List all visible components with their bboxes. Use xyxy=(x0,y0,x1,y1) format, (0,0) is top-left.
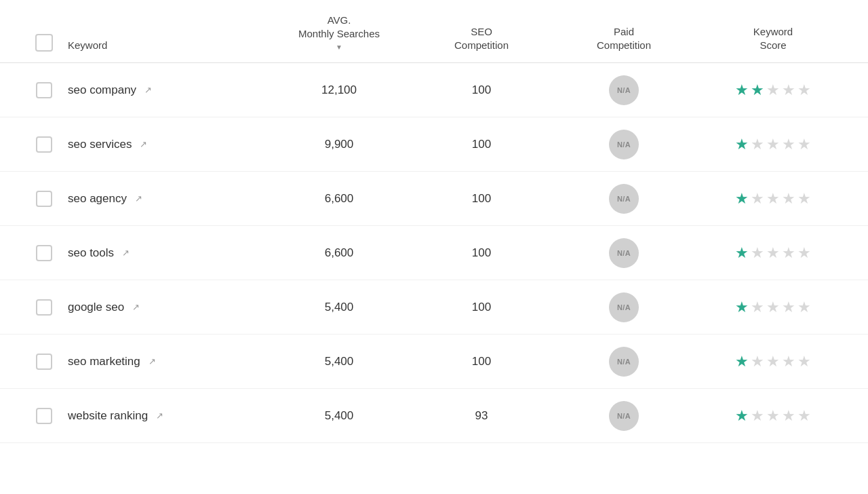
keyword-cell: seo tools ↗ xyxy=(68,246,264,260)
empty-star-icon: ★ xyxy=(751,191,764,206)
table-row: seo marketing ↗ 5,400 100 N/A ★★★★★ xyxy=(0,335,868,389)
seo-competition-cell: 93 xyxy=(414,409,549,423)
external-link-icon[interactable]: ↗ xyxy=(135,193,142,204)
table-row: seo company ↗ 12,100 100 N/A ★★★★★ xyxy=(0,63,868,117)
empty-star-icon: ★ xyxy=(766,246,780,261)
empty-star-icon: ★ xyxy=(782,246,795,261)
empty-star-icon: ★ xyxy=(782,300,795,315)
keyword-score-cell: ★★★★★ xyxy=(698,354,848,369)
table-row: google seo ↗ 5,400 100 N/A ★★★★★ xyxy=(0,280,868,335)
empty-star-icon: ★ xyxy=(797,137,811,152)
avg-monthly-searches-column-header: AVG.Monthly Searches ▼ xyxy=(264,14,414,52)
filled-star-icon: ★ xyxy=(735,354,749,369)
avg-monthly-searches-cell: 6,600 xyxy=(264,192,414,206)
keyword-name: seo services xyxy=(68,138,132,151)
table-row: seo services ↗ 9,900 100 N/A ★★★★★ xyxy=(0,117,868,172)
header-checkbox-col xyxy=(20,34,68,52)
filled-star-icon: ★ xyxy=(735,246,749,261)
empty-star-icon: ★ xyxy=(797,191,811,206)
seo-competition-column-header: SEOCompetition xyxy=(414,25,549,52)
filled-star-icon: ★ xyxy=(735,191,749,206)
empty-star-icon: ★ xyxy=(766,83,780,98)
paid-competition-cell: N/A xyxy=(549,238,698,268)
row-checkbox[interactable] xyxy=(36,299,52,316)
row-checkbox-col xyxy=(20,354,68,370)
keyword-score-cell: ★★★★★ xyxy=(698,137,848,152)
keyword-score-cell: ★★★★★ xyxy=(698,408,848,423)
paid-competition-cell: N/A xyxy=(549,347,698,377)
na-badge: N/A xyxy=(609,292,639,322)
paid-competition-column-header: PaidCompetition xyxy=(549,25,698,52)
empty-star-icon: ★ xyxy=(751,137,764,152)
na-badge: N/A xyxy=(609,184,639,214)
row-checkbox-col xyxy=(20,299,68,316)
row-checkbox[interactable] xyxy=(36,82,52,98)
empty-star-icon: ★ xyxy=(797,408,811,423)
seo-competition-cell: 100 xyxy=(414,246,549,260)
avg-monthly-searches-cell: 9,900 xyxy=(264,138,414,151)
empty-star-icon: ★ xyxy=(797,246,811,261)
empty-star-icon: ★ xyxy=(766,408,780,423)
avg-monthly-searches-cell: 5,400 xyxy=(264,409,414,423)
keyword-cell: google seo ↗ xyxy=(68,301,264,314)
keyword-table: Keyword AVG.Monthly Searches ▼ SEOCompet… xyxy=(0,0,868,443)
sort-arrow-icon: ▼ xyxy=(264,43,414,52)
keyword-name: google seo xyxy=(68,301,124,314)
empty-star-icon: ★ xyxy=(782,83,795,98)
empty-star-icon: ★ xyxy=(797,83,811,98)
keyword-score-stars: ★★★★★ xyxy=(735,300,811,315)
row-checkbox[interactable] xyxy=(36,354,52,370)
avg-monthly-searches-cell: 5,400 xyxy=(264,301,414,314)
keyword-score-stars: ★★★★★ xyxy=(735,191,811,206)
table-row: seo agency ↗ 6,600 100 N/A ★★★★★ xyxy=(0,172,868,226)
external-link-icon[interactable]: ↗ xyxy=(156,411,163,421)
na-badge: N/A xyxy=(609,347,639,377)
seo-competition-cell: 100 xyxy=(414,192,549,206)
paid-competition-cell: N/A xyxy=(549,130,698,159)
row-checkbox[interactable] xyxy=(36,136,52,153)
empty-star-icon: ★ xyxy=(782,354,795,369)
empty-star-icon: ★ xyxy=(797,354,811,369)
empty-star-icon: ★ xyxy=(751,354,764,369)
empty-star-icon: ★ xyxy=(797,300,811,315)
table-body: seo company ↗ 12,100 100 N/A ★★★★★ seo s… xyxy=(0,63,868,443)
filled-star-icon: ★ xyxy=(751,83,764,98)
avg-monthly-searches-cell: 12,100 xyxy=(264,83,414,97)
empty-star-icon: ★ xyxy=(766,191,780,206)
filled-star-icon: ★ xyxy=(735,408,749,423)
keyword-cell: website ranking ↗ xyxy=(68,409,264,423)
table-row: website ranking ↗ 5,400 93 N/A ★★★★★ xyxy=(0,389,868,443)
row-checkbox[interactable] xyxy=(36,191,52,207)
empty-star-icon: ★ xyxy=(782,191,795,206)
keyword-score-stars: ★★★★★ xyxy=(735,354,811,369)
paid-competition-cell: N/A xyxy=(549,75,698,105)
keyword-cell: seo company ↗ xyxy=(68,83,264,97)
keyword-score-cell: ★★★★★ xyxy=(698,191,848,206)
seo-competition-cell: 100 xyxy=(414,301,549,314)
external-link-icon[interactable]: ↗ xyxy=(132,302,140,312)
keyword-score-stars: ★★★★★ xyxy=(735,83,811,98)
paid-competition-cell: N/A xyxy=(549,401,698,431)
select-all-checkbox[interactable] xyxy=(35,34,53,52)
keyword-name: seo marketing xyxy=(68,355,140,368)
seo-competition-cell: 100 xyxy=(414,355,549,368)
external-link-icon[interactable]: ↗ xyxy=(140,139,147,149)
keyword-cell: seo marketing ↗ xyxy=(68,355,264,368)
external-link-icon[interactable]: ↗ xyxy=(122,248,130,258)
keyword-score-stars: ★★★★★ xyxy=(735,408,811,423)
keyword-cell: seo services ↗ xyxy=(68,138,264,151)
row-checkbox[interactable] xyxy=(36,408,52,424)
row-checkbox-col xyxy=(20,245,68,261)
filled-star-icon: ★ xyxy=(735,137,749,152)
row-checkbox[interactable] xyxy=(36,245,52,261)
na-badge: N/A xyxy=(609,75,639,105)
empty-star-icon: ★ xyxy=(782,137,795,152)
empty-star-icon: ★ xyxy=(751,408,764,423)
external-link-icon[interactable]: ↗ xyxy=(149,356,156,366)
row-checkbox-col xyxy=(20,191,68,207)
external-link-icon[interactable]: ↗ xyxy=(144,85,152,95)
keyword-name: seo agency xyxy=(68,192,127,206)
keyword-score-cell: ★★★★★ xyxy=(698,246,848,261)
table-header: Keyword AVG.Monthly Searches ▼ SEOCompet… xyxy=(0,0,868,63)
keyword-score-cell: ★★★★★ xyxy=(698,83,848,98)
